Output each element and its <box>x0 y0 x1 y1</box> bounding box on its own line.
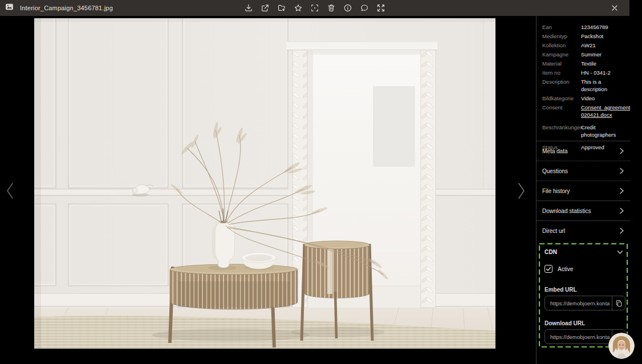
field-label: Material <box>542 60 581 67</box>
section-label: Download statistics <box>542 208 591 214</box>
embed-url-label: Embed URL <box>545 287 577 293</box>
cdn-active-label: Active <box>558 266 573 272</box>
field-label: Bildkategorie <box>542 95 581 102</box>
section-label: Questions <box>542 168 568 174</box>
field-value: HN - 0341-2 <box>581 69 628 76</box>
field-label: Consent <box>542 104 581 118</box>
section-direct-url[interactable]: Direct url <box>537 220 630 240</box>
chevron-right-icon <box>619 207 624 214</box>
field-value: AW21 <box>581 42 628 49</box>
metadata-panel: Ean123456789 MedientypPackshot Kollektio… <box>536 16 630 364</box>
chevron-down-icon <box>617 250 623 255</box>
field-label: Kampagne <box>542 51 581 58</box>
checkbox-checked-icon[interactable] <box>545 265 552 273</box>
next-asset-button[interactable] <box>514 181 529 201</box>
section-file-history[interactable]: File history <box>537 181 630 201</box>
chevron-right-icon <box>619 187 624 194</box>
field-value: Textile <box>581 60 628 67</box>
focus-point-icon[interactable] <box>308 1 322 15</box>
comment-icon[interactable] <box>357 1 371 15</box>
fullscreen-icon[interactable] <box>374 1 388 15</box>
section-label: File history <box>542 188 570 194</box>
section-questions[interactable]: Questions <box>537 161 630 181</box>
cdn-section-header[interactable]: CDN <box>545 249 623 255</box>
field-label: Description <box>542 78 581 93</box>
asset-detail-overlay: Interior_Campaign_3456781.jpg <box>0 0 642 364</box>
field-value: Packshot <box>581 32 628 40</box>
asset-filename: Interior_Campaign_3456781.jpg <box>20 5 113 11</box>
metadata-fields: Ean123456789 MedientypPackshot Kollektio… <box>542 23 628 153</box>
section-label: Direct url <box>542 228 565 234</box>
download-url-label: Download URL <box>545 320 585 326</box>
panel-accordion: Meta data Questions File history Downloa… <box>537 141 630 240</box>
info-icon[interactable] <box>341 1 355 15</box>
cdn-section: CDN Active Embed URL Download URL <box>539 243 628 347</box>
field-row: DescriptionThis is a description <box>542 78 628 93</box>
field-row: ConsentConsent_agreement 020421.docx <box>542 104 628 118</box>
field-value: Summer <box>581 51 628 58</box>
field-value: Credit photographers <box>581 124 628 138</box>
chevron-right-icon <box>619 167 624 174</box>
favorite-star-icon[interactable] <box>291 1 305 15</box>
add-to-folder-icon[interactable] <box>275 1 289 15</box>
chevron-left-icon <box>5 181 16 201</box>
cdn-title: CDN <box>545 249 557 255</box>
field-row: KampagneSummer <box>542 51 628 58</box>
field-label: Medientyp <box>542 32 581 40</box>
chevron-right-icon <box>619 148 624 154</box>
chevron-right-icon <box>619 227 624 234</box>
field-label: Ean <box>542 23 581 31</box>
consent-document-link[interactable]: Consent_agreement 020421.docx <box>581 104 628 118</box>
user-avatar[interactable] <box>608 333 635 359</box>
field-label: Item no <box>542 69 581 76</box>
field-row: Ean123456789 <box>542 23 628 31</box>
share-icon[interactable] <box>258 1 272 15</box>
field-value: Video <box>581 95 628 102</box>
chevron-right-icon <box>515 181 527 201</box>
previous-asset-button[interactable] <box>3 181 18 201</box>
field-value: This is a description <box>581 78 628 93</box>
copy-icon[interactable] <box>612 296 625 310</box>
field-row: MedientypPackshot <box>542 32 628 40</box>
image-file-icon <box>5 2 14 14</box>
field-row: BeschränkungenCredit photographers <box>542 124 628 138</box>
section-download-statistics[interactable]: Download statistics <box>537 201 630 220</box>
field-label: Beschränkungen <box>542 124 581 138</box>
embed-url-input[interactable] <box>545 296 612 310</box>
embed-url-field <box>545 296 625 310</box>
field-row: KollektionAW21 <box>542 42 628 49</box>
download-url-input[interactable] <box>545 330 612 343</box>
field-value: 123456789 <box>581 23 628 31</box>
preview-image <box>34 18 495 349</box>
section-meta-data[interactable]: Meta data <box>537 141 630 161</box>
cdn-active-toggle[interactable]: Active <box>545 265 573 273</box>
delete-trash-icon[interactable] <box>324 1 338 15</box>
field-row: BildkategorieVideo <box>542 95 628 102</box>
section-label: Meta data <box>542 148 567 154</box>
download-icon[interactable] <box>242 1 255 15</box>
titlebar: Interior_Campaign_3456781.jpg <box>0 0 629 16</box>
field-row: MaterialTextile <box>542 60 628 67</box>
field-row: Item noHN - 0341-2 <box>542 69 628 76</box>
close-icon[interactable] <box>608 1 621 15</box>
field-label: Kollektion <box>542 42 581 49</box>
